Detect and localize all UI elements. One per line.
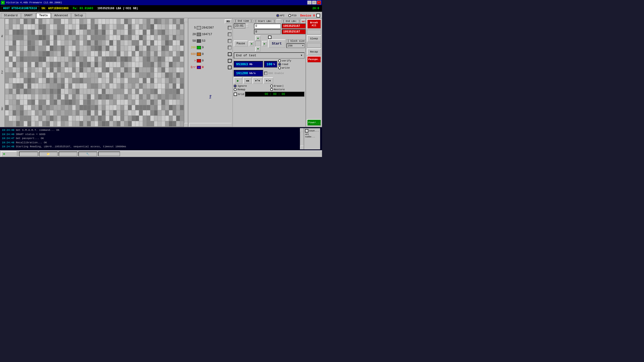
sleep-button[interactable]: Sleep <box>307 35 321 42</box>
erase-radio[interactable]: Erase ▌ <box>270 85 305 87</box>
tab-smart[interactable]: SMART <box>21 13 36 18</box>
block-size-select[interactable]: 256 ▼ <box>286 43 305 48</box>
end-button[interactable]: ▶|◀ <box>264 77 273 84</box>
device-checkbox[interactable]: ✓ <box>316 14 320 18</box>
speed-200-checkbox[interactable] <box>228 46 232 50</box>
scroll-down-arrow[interactable]: ▼ <box>184 123 188 127</box>
disk-cell <box>128 73 132 78</box>
disk-cell <box>5 121 9 126</box>
start-button-taskbar[interactable]: ⊞ Start <box>1 151 17 157</box>
speed-gt-checkbox[interactable]: ✓ <box>228 59 232 63</box>
rs-button[interactable]: RS <box>225 19 232 24</box>
taskbar-icon-2[interactable]: 📁 <box>39 151 58 156</box>
start-button[interactable]: Start <box>268 39 286 48</box>
start-lba-value2[interactable]: 0 <box>254 29 281 34</box>
log-scroll-down[interactable]: ▼ <box>300 146 304 149</box>
disk-cell <box>5 83 9 89</box>
end-time-spinner[interactable]: ▲ ▼ <box>246 24 248 28</box>
start-lba-value[interactable]: 0 <box>254 24 281 29</box>
disk-cell <box>35 51 38 56</box>
disk-cell <box>132 116 135 121</box>
disk-cell <box>117 89 120 94</box>
speed-err-checkbox[interactable]: ✓ <box>228 66 232 69</box>
minimize-button[interactable]: _ <box>308 1 312 5</box>
disk-cell <box>13 116 16 121</box>
scroll-up-arrow[interactable]: ▲ <box>184 18 188 22</box>
read-radio[interactable]: read <box>278 63 292 66</box>
window-controls[interactable]: _ □ ✕ <box>308 1 321 5</box>
map-scrollbar[interactable]: ▲ ▼ <box>184 18 188 127</box>
disk-cell <box>143 51 146 56</box>
bottom-scroll-btn[interactable]: ▼ <box>189 123 232 127</box>
taskbar-icon-1[interactable]: 🖥 <box>19 151 38 156</box>
nav-up-button[interactable]: ▲ <box>256 36 260 41</box>
pause-button[interactable]: Pause <box>234 41 248 47</box>
passports-button[interactable]: Passpo... <box>307 56 321 63</box>
time-down-arrow[interactable]: ▼ <box>246 26 248 28</box>
play-button[interactable]: ▶ <box>234 77 242 84</box>
disk-cell <box>147 19 150 24</box>
nav-checkbox[interactable]: ✓ <box>268 36 272 39</box>
taskbar-icon-3[interactable]: ⚙ <box>58 151 78 156</box>
disk-cell <box>28 100 31 105</box>
disk-cell <box>31 105 35 110</box>
scroll-thumb[interactable] <box>184 22 188 123</box>
disk-cell <box>50 89 54 94</box>
end-time-value[interactable]: 23:01 <box>234 23 246 29</box>
disk-cell <box>135 110 139 115</box>
log-scrollbar[interactable]: ▲ ▼ <box>300 128 304 149</box>
end-lba-clear-btn[interactable]: ▲▲✕ <box>302 19 306 23</box>
maximize-button[interactable]: □ <box>312 1 316 5</box>
disk-cell <box>143 57 146 62</box>
log-scroll-up[interactable]: ▲ <box>300 128 304 132</box>
pio-radio[interactable]: PIO <box>288 14 296 17</box>
speed-600-color <box>197 53 201 56</box>
disk-cell <box>176 40 180 46</box>
device-time: 20:0 <box>310 6 321 11</box>
time-up-arrow[interactable]: ▲ <box>246 24 248 26</box>
disk-cell <box>173 83 176 89</box>
speed-5-checkbox[interactable] <box>228 26 232 30</box>
grid-checkbox[interactable]: ✓ <box>234 93 237 96</box>
close-button[interactable]: ✕ <box>317 1 321 5</box>
tab-tests[interactable]: Tests <box>36 13 51 18</box>
sound-checkbox[interactable]: ✓ <box>305 129 308 132</box>
start-lba-icon[interactable]: ⊞ <box>276 19 281 23</box>
scan-button[interactable]: ▶?◀ <box>252 77 262 84</box>
back-button[interactable]: ◀◀ <box>243 77 252 84</box>
disk-cell <box>176 94 180 99</box>
break-all-button[interactable]: Break All <box>307 19 321 29</box>
disk-cell <box>124 116 128 121</box>
tab-standard[interactable]: Standard <box>1 13 21 18</box>
speed-20-checkbox[interactable] <box>228 33 232 36</box>
speed-50-checkbox[interactable] <box>228 39 232 43</box>
ddd-checkbox[interactable] <box>264 72 268 75</box>
grid-timer-row: ✓ Grid 00 : 00 : 00 <box>234 92 304 97</box>
ignore-radio[interactable]: Ignore <box>234 85 268 87</box>
disk-cell <box>128 35 132 40</box>
tab-advanced[interactable]: Advanced <box>51 13 71 18</box>
speed-600-checkbox[interactable]: ✓ <box>228 52 232 56</box>
disk-cell <box>165 100 169 105</box>
disk-cell <box>106 24 109 30</box>
verify-radio[interactable]: verify <box>278 59 292 62</box>
log-scroll-thumb[interactable] <box>300 132 304 146</box>
disk-cell <box>42 73 46 78</box>
end-of-test-select[interactable]: End of test ▼ <box>234 52 304 59</box>
end-of-test-dropdown-icon: ▼ <box>301 54 302 57</box>
nav-left-button[interactable]: ◀ <box>249 41 254 46</box>
power-button[interactable]: Power... <box>307 119 321 126</box>
remap-radio[interactable]: Remap <box>234 88 268 91</box>
nav-down-button[interactable]: ▼ <box>256 46 260 52</box>
restore-radio[interactable]: Restore <box>270 88 305 91</box>
recap-button[interactable]: Recap <box>307 49 321 55</box>
nav-right-button[interactable]: ▶ <box>262 41 267 46</box>
disk-cell <box>13 78 16 83</box>
active-window-taskbar[interactable]: Victoria... <box>98 151 120 156</box>
tab-setup[interactable]: Setup <box>71 13 86 18</box>
write-radio[interactable]: write <box>278 66 292 69</box>
api-radio[interactable]: API <box>276 14 284 17</box>
disk-cell <box>143 30 146 35</box>
taskbar-icon-4[interactable]: 🔧 <box>78 151 97 156</box>
disk-cell <box>42 57 46 62</box>
